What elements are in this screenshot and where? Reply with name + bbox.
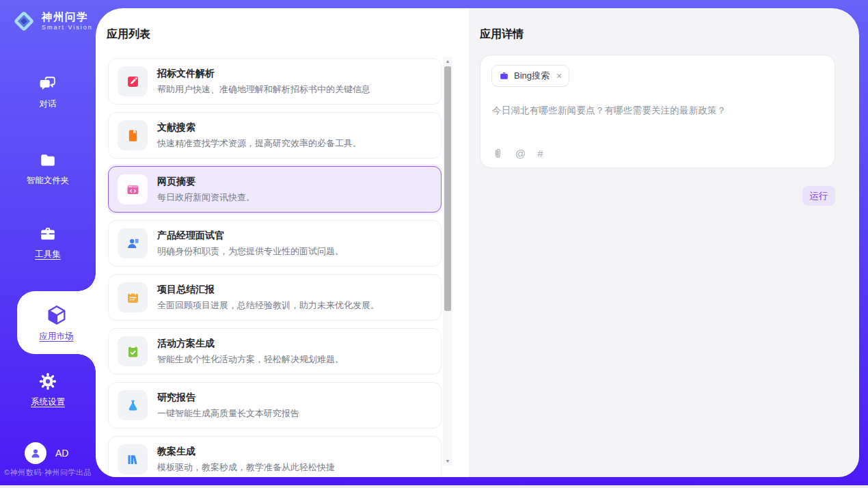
tool-chip-bing-search[interactable]: Bing搜索 × (491, 65, 569, 87)
gear-icon (38, 372, 57, 391)
hash-icon[interactable]: # (537, 148, 543, 159)
avatar (25, 442, 46, 464)
app-card-event-plan[interactable]: 活动方案生成 智能生成个性化活动方案，轻松解决规划难题。 (108, 328, 442, 375)
app-card-literature-search[interactable]: 文献搜索 快速精准查找学术资源，提高研究效率的必备工具。 (108, 112, 442, 159)
scrollbar-thumb[interactable] (444, 66, 451, 311)
folder-icon (39, 152, 57, 170)
app-card-web-summary-selected[interactable]: 网页摘要 每日政府新闻资讯快查。 (108, 166, 442, 213)
sidebar-item-smart-folder[interactable]: 智能文件夹 (0, 152, 96, 187)
app-detail-title: 应用详情 (480, 27, 524, 42)
brand-name: 神州问学 (42, 12, 93, 23)
app-card-research-report[interactable]: 研究报告 一键智能生成高质量长文本研究报告 (108, 382, 442, 429)
sidebar-item-app-market-active[interactable]: 应用市场 (17, 291, 96, 354)
app-card-bid-parse[interactable]: 招标文件解析 帮助用户快速、准确地理解和解析招标书中的关键信息 (108, 58, 442, 105)
app-card-desc: 帮助用户快速、准确地理解和解析招标书中的关键信息 (157, 83, 370, 96)
tool-chip-label: Bing搜索 (514, 70, 550, 82)
app-card-desc: 全面回顾项目进展，总结经验教训，助力未来优化发展。 (157, 299, 379, 312)
content-area: 应用列表 招标文件解析 帮助用户快速、准确地理解和解析招标书中的关键信息 (96, 8, 859, 477)
list-scrollbar[interactable]: ▲ ▼ (443, 57, 452, 465)
chip-close-icon[interactable]: × (556, 71, 562, 81)
sidebar: 神州问学 Smart Vision 对话 智能文件夹 工具集 (0, 0, 96, 488)
query-text[interactable]: 今日湖北有哪些新闻要点？有哪些需要关注的最新政策？ (492, 105, 824, 117)
app-list-title: 应用列表 (107, 27, 150, 42)
app-card-desc: 智能生成个性化活动方案，轻松解决规划难题。 (157, 353, 344, 366)
app-card-title: 产品经理面试官 (157, 230, 344, 242)
app-card-desc: 快速精准查找学术资源，提高研究效率的必备工具。 (157, 137, 362, 150)
app-card-title: 活动方案生成 (157, 338, 344, 350)
calendar-report-icon (118, 282, 148, 312)
query-composer[interactable]: Bing搜索 × 今日湖北有哪些新闻要点？有哪些需要关注的最新政策？ @ # (480, 55, 835, 168)
app-card-lesson-plan[interactable]: 教案生成 模板驱动，教案秒成，教学准备从此轻松快捷 (108, 436, 442, 477)
app-card-title: 研究报告 (157, 392, 299, 404)
app-card-title: 项目总结汇报 (157, 284, 379, 296)
clipboard-check-icon (118, 336, 148, 366)
app-card-desc: 每日政府新闻资讯快查。 (157, 191, 255, 204)
scrollbar-up-arrow-icon[interactable]: ▲ (443, 59, 452, 64)
app-card-title: 教案生成 (157, 446, 335, 458)
sidebar-item-label: 对话 (40, 98, 57, 110)
sidebar-item-settings[interactable]: 系统设置 (0, 372, 96, 408)
user-avatar-icon (29, 447, 42, 459)
sidebar-item-toolset[interactable]: 工具集 (0, 226, 96, 260)
sidebar-item-chat[interactable]: 对话 (0, 75, 96, 110)
sidebar-footer-credit: ©神州数码·神州问学出品 (0, 467, 96, 478)
composer-toolbar: @ # (492, 148, 543, 159)
app-card-title: 网页摘要 (157, 176, 255, 188)
cube-icon (45, 303, 68, 327)
book-icon (118, 120, 148, 150)
app-card-desc: 模板驱动，教案秒成，教学准备从此轻松快捷 (157, 461, 335, 474)
user-initials: AD (55, 448, 68, 459)
mention-icon[interactable]: @ (515, 148, 526, 159)
scrollbar-down-arrow-icon[interactable]: ▼ (443, 459, 452, 463)
sidebar-item-label: 智能文件夹 (27, 175, 70, 187)
app-card-title: 招标文件解析 (157, 68, 370, 80)
sidebar-item-label: 系统设置 (31, 396, 65, 408)
briefcase-icon (499, 71, 509, 81)
toolbox-icon (39, 226, 57, 243)
app-list-panel: 应用列表 招标文件解析 帮助用户快速、准确地理解和解析招标书中的关键信息 (96, 8, 469, 477)
sidebar-item-label: 应用市场 (40, 331, 74, 342)
app-card-title: 文献搜索 (157, 122, 362, 134)
app-card-desc: 一键智能生成高质量长文本研究报告 (157, 407, 299, 420)
app-detail-panel: 应用详情 Bing搜索 × 今日湖北有哪些新闻要点？有哪些需要关注的最新政策？ (469, 8, 859, 477)
app-card-pm-interviewer[interactable]: 产品经理面试官 明确身份和职责，为您提供专业性的面试问题。 (108, 220, 442, 267)
user-account[interactable]: AD (25, 442, 68, 464)
paperclip-icon[interactable] (492, 148, 504, 159)
brand-subtitle: Smart Vision (42, 25, 93, 31)
edit-document-icon (118, 66, 148, 96)
bottom-edge-strip (0, 485, 868, 488)
browser-code-icon (118, 174, 148, 204)
brand-logo: 神州问学 Smart Vision (11, 8, 93, 34)
app-card-desc: 明确身份和职责，为您提供专业性的面试问题。 (157, 245, 344, 258)
sidebar-item-label: 工具集 (35, 249, 61, 260)
chat-icon (39, 75, 57, 93)
books-icon (118, 444, 148, 474)
interviewer-icon (118, 228, 148, 258)
run-button[interactable]: 运行 (802, 186, 835, 206)
app-card-project-summary[interactable]: 项目总结汇报 全面回顾项目进展，总结经验教训，助力未来优化发展。 (108, 274, 442, 321)
app-card-list: 招标文件解析 帮助用户快速、准确地理解和解析招标书中的关键信息 文献搜索 快速精… (108, 58, 442, 477)
diamond-logo-icon (11, 8, 37, 34)
research-flask-icon (118, 390, 148, 420)
